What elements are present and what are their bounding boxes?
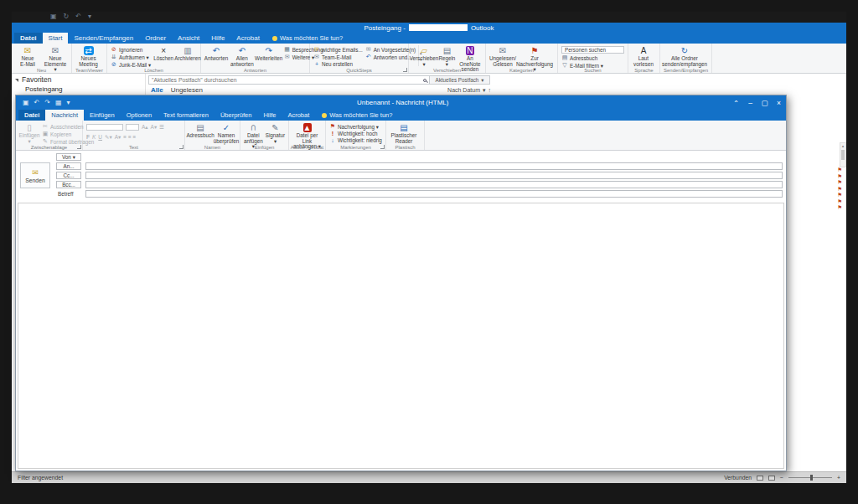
flag-icon[interactable]: ⚑ bbox=[837, 193, 842, 198]
filter-alle[interactable]: Alle bbox=[151, 86, 163, 94]
search-box[interactable] bbox=[148, 75, 430, 85]
tell-me-box[interactable]: Was möchten Sie tun? bbox=[322, 110, 392, 121]
italic-icon[interactable]: K bbox=[92, 134, 96, 140]
search-scope-dropdown[interactable]: Aktuelles Postfach ▾ bbox=[430, 75, 490, 85]
bcc-button[interactable]: Bcc... bbox=[56, 181, 81, 188]
tab-hilfe[interactable]: Hilfe bbox=[257, 110, 282, 121]
new-meeting-button[interactable]: ⇄ Neues Meeting bbox=[75, 45, 101, 66]
tab-datei[interactable]: Datei bbox=[18, 110, 45, 121]
normal-view-icon[interactable] bbox=[757, 476, 763, 481]
follow-up-button[interactable]: ⚑ Nachverfolgung ▾ bbox=[329, 123, 382, 130]
cleanup-button[interactable]: ⇊ Aufräumen ▾ bbox=[111, 54, 151, 60]
to-input[interactable] bbox=[85, 162, 783, 170]
attach-file-button[interactable]: ⊂ Datei anfügen ▾ bbox=[244, 122, 263, 143]
dialog-launcher-icon[interactable] bbox=[380, 145, 385, 149]
address-book-button[interactable]: ▤ Adressbuch bbox=[189, 122, 212, 143]
to-button[interactable]: An... bbox=[56, 162, 81, 170]
tab-ansicht[interactable]: Ansicht bbox=[172, 33, 205, 44]
reading-view-icon[interactable] bbox=[768, 476, 775, 481]
new-items-button[interactable]: ✉ Neue Elemente ▾ bbox=[43, 45, 68, 66]
quickstep-team-email[interactable]: ✉ Team-E-Mail bbox=[313, 54, 363, 60]
highlight-icon[interactable]: ✎▾ bbox=[105, 134, 112, 141]
immersive-reader-button[interactable]: ▤ Plastischer Reader bbox=[390, 122, 418, 143]
quickstep-neu-erstellen[interactable]: + Neu erstellen bbox=[313, 61, 363, 67]
underline-icon[interactable]: U bbox=[98, 134, 102, 140]
touch-mode-icon[interactable]: ▦ bbox=[55, 99, 62, 106]
find-people-box[interactable]: Personen suchen bbox=[561, 46, 624, 54]
scrollbar-thumb[interactable] bbox=[841, 150, 845, 160]
rules-button[interactable]: ▤ Regeln ▾ bbox=[438, 45, 456, 66]
align-icons[interactable]: ≡ ≡ ≡ bbox=[123, 134, 136, 140]
send-button[interactable]: ✉ Senden bbox=[20, 162, 50, 188]
move-button[interactable]: ▱ Verschieben ▾ bbox=[412, 45, 436, 66]
ribbon-display-options-icon[interactable]: ⌃ bbox=[729, 99, 743, 107]
zoom-out-icon[interactable]: − bbox=[780, 475, 783, 481]
archive-button[interactable]: ▥ Archivieren bbox=[176, 45, 199, 66]
qat-customize-icon[interactable]: ▾ bbox=[67, 99, 70, 106]
dialog-launcher-icon[interactable] bbox=[403, 68, 407, 72]
undo-icon[interactable]: ↶ bbox=[34, 99, 40, 106]
flag-icon[interactable]: ⚑ bbox=[837, 167, 842, 173]
followup-button[interactable]: ⚑ Zur Nachverfolgung ▾ bbox=[519, 45, 550, 66]
font-size-combobox[interactable] bbox=[126, 124, 139, 131]
tab-acrobat[interactable]: Acrobat bbox=[230, 33, 266, 44]
quickstep-antworten-und[interactable]: ↶ Antworten und... bbox=[365, 54, 416, 60]
bold-icon[interactable]: F bbox=[86, 134, 90, 140]
read-aloud-button[interactable]: A Laut vorlesen bbox=[632, 45, 655, 66]
tab-datei[interactable]: Datei bbox=[14, 33, 43, 44]
tab-senden-empfangen[interactable]: Senden/Empfangen bbox=[68, 33, 139, 44]
tab-hilfe[interactable]: Hilfe bbox=[205, 33, 230, 44]
minimize-icon[interactable]: – bbox=[743, 99, 757, 107]
favorites-header[interactable]: Favoriten bbox=[15, 75, 142, 84]
new-email-button[interactable]: ✉ Neue E-Mail bbox=[15, 45, 40, 66]
ignore-button[interactable]: ⊘ Ignorieren bbox=[111, 46, 151, 53]
redo-icon[interactable]: ↷ bbox=[44, 99, 50, 106]
bullet-list-icon[interactable]: ☰ bbox=[159, 124, 164, 131]
grow-font-icon[interactable]: A▴ bbox=[142, 124, 148, 131]
tab-start[interactable]: Start bbox=[43, 33, 69, 44]
close-icon[interactable]: × bbox=[772, 99, 786, 107]
reply-button[interactable]: ↶ Antworten bbox=[204, 45, 228, 66]
onenote-button[interactable]: N An OneNote senden bbox=[458, 45, 482, 66]
send-receive-icon[interactable]: ↻ bbox=[64, 13, 70, 20]
tab-text-formatieren[interactable]: Text formatieren bbox=[158, 110, 214, 121]
zoom-in-icon[interactable]: + bbox=[837, 475, 840, 481]
cc-button[interactable]: Cc... bbox=[56, 172, 81, 179]
signature-button[interactable]: ✎ Signatur ▾ bbox=[266, 122, 285, 143]
shrink-font-icon[interactable]: A▾ bbox=[151, 124, 158, 131]
high-importance-button[interactable]: ! Wichtigkeit: hoch bbox=[329, 131, 382, 136]
from-button[interactable]: Von ▾ bbox=[56, 153, 81, 161]
zoom-slider-thumb[interactable] bbox=[810, 475, 813, 481]
font-color-icon[interactable]: A▾ bbox=[115, 134, 121, 141]
reply-all-button[interactable]: ↶ Allen antworten bbox=[230, 45, 254, 66]
flag-icon[interactable]: ⚑ bbox=[837, 180, 842, 186]
quickstep-wichtige-emails[interactable]: ✉ wichtige Emails... bbox=[313, 46, 363, 53]
zoom-slider[interactable] bbox=[788, 477, 832, 478]
delete-button[interactable]: × Löschen bbox=[153, 45, 173, 66]
check-names-button[interactable]: ✓ Namen überprüfen bbox=[214, 122, 238, 143]
maximize-icon[interactable]: ▢ bbox=[757, 99, 772, 107]
font-name-combobox[interactable] bbox=[86, 124, 123, 131]
unread-read-button[interactable]: ✉ Ungelesen/ Gelesen bbox=[489, 45, 516, 66]
save-icon[interactable]: ▣ bbox=[23, 99, 29, 106]
junk-button[interactable]: ⊘ Junk-E-Mail ▾ bbox=[111, 61, 151, 68]
tab-nachricht[interactable]: Nachricht bbox=[45, 110, 84, 121]
address-book-button[interactable]: ▤ Adressbuch bbox=[561, 54, 624, 61]
undo-icon[interactable]: ↶ bbox=[75, 13, 81, 20]
paste-button[interactable]: ▯ Einfügen ▾ bbox=[19, 122, 39, 143]
search-input[interactable] bbox=[152, 77, 423, 83]
quickstep-an-vorgesetzte[interactable]: ✉ An Vorgesetzte(n) bbox=[365, 46, 416, 53]
tab-optionen[interactable]: Optionen bbox=[121, 110, 158, 121]
filter-ungelesen[interactable]: Ungelesen bbox=[171, 86, 203, 94]
dialog-launcher-icon[interactable] bbox=[179, 145, 183, 149]
cc-input[interactable] bbox=[85, 172, 783, 179]
tell-me-box[interactable]: Was möchten Sie tun? bbox=[272, 33, 343, 44]
low-importance-button[interactable]: ↓ Wichtigkeit: niedrig bbox=[329, 137, 382, 143]
sort-by-dropdown[interactable]: Nach Datum ▾ ↑ bbox=[447, 87, 491, 94]
subject-input[interactable] bbox=[85, 190, 783, 198]
attach-via-link-button[interactable]: ▲ Datei per Link anhängen ▾ bbox=[292, 122, 322, 143]
tab-ueberpruefen[interactable]: Überprüfen bbox=[214, 110, 258, 121]
tab-einfuegen[interactable]: Einfügen bbox=[84, 110, 121, 121]
folder-posteingang[interactable]: Posteingang bbox=[15, 84, 142, 93]
tab-ordner[interactable]: Ordner bbox=[139, 33, 172, 44]
